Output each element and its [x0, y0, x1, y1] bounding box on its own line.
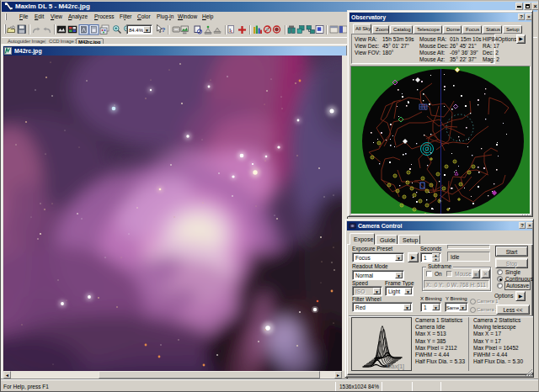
svg-text:?: ?	[162, 26, 166, 34]
svg-text:Max[1]: Max[1]	[387, 363, 404, 370]
